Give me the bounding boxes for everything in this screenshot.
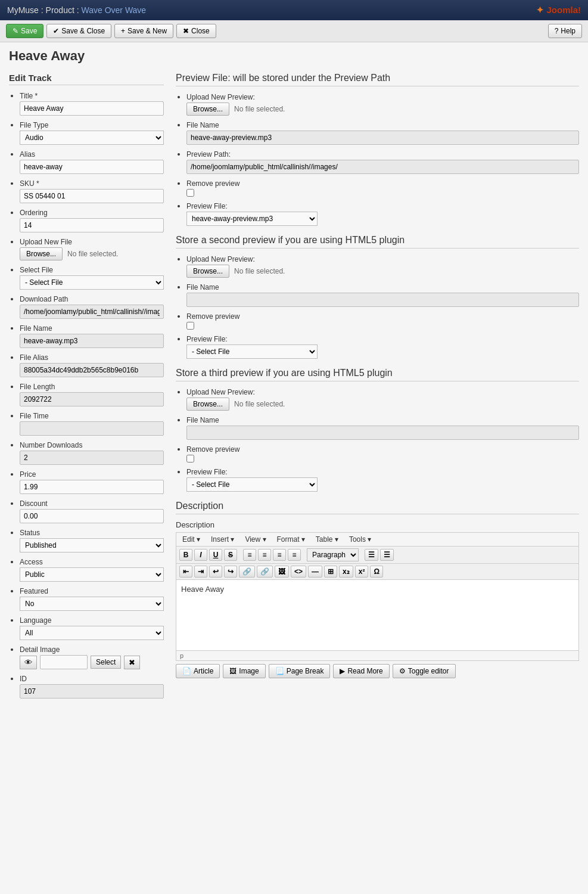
num-downloads-input[interactable] <box>20 451 164 465</box>
save-close-button[interactable]: ✔ Save & Close <box>46 24 111 38</box>
subscript-button[interactable]: x₂ <box>339 566 353 578</box>
access-select[interactable]: Public <box>20 567 164 582</box>
hr-button[interactable]: — <box>308 566 322 578</box>
preview1-filename-input[interactable] <box>186 131 579 145</box>
select-image-button[interactable]: Select <box>91 656 121 669</box>
editor-menu-table[interactable]: Table ▾ <box>313 534 341 545</box>
bold-button[interactable]: B <box>179 549 192 561</box>
read-more-button[interactable]: ▶ Read More <box>333 664 389 678</box>
strikethrough-button[interactable]: S <box>224 549 237 561</box>
file-time-input[interactable] <box>20 421 164 436</box>
select-file-select[interactable]: - Select File <box>20 275 164 290</box>
list-item: Discount <box>20 499 164 523</box>
file-alias-input[interactable] <box>20 363 164 377</box>
undo-button[interactable]: ↩ <box>209 566 222 578</box>
code-button[interactable]: <> <box>291 566 306 578</box>
list-item: Upload New Preview: Browse... No file se… <box>186 92 579 116</box>
save-button[interactable]: ✎ Save <box>6 24 43 38</box>
editor-menu-tools[interactable]: Tools ▾ <box>346 534 374 545</box>
list-item: File Length <box>20 382 164 406</box>
list-item: Select File - Select File <box>20 265 164 290</box>
preview1-file-select[interactable]: heave-away-preview.mp3 <box>186 212 318 226</box>
outdent-button[interactable]: ⇤ <box>179 566 192 578</box>
redo-button[interactable]: ↪ <box>224 566 237 578</box>
id-input[interactable] <box>20 684 164 699</box>
list-item: Preview File: - Select File <box>186 467 579 492</box>
table-button[interactable]: ⊞ <box>324 566 337 578</box>
preview2-browse-button[interactable]: Browse... <box>186 265 229 278</box>
main-content: Edit Track Title * File Type Audio Alias… <box>0 67 588 709</box>
preview3-remove-checkbox[interactable] <box>186 455 194 462</box>
upload-file-browse-button[interactable]: Browse... <box>20 247 63 260</box>
price-input[interactable] <box>20 480 164 494</box>
ordering-input[interactable] <box>20 218 164 232</box>
featured-select[interactable]: No <box>20 597 164 611</box>
list-item: Detail Image 👁 Select ✖ <box>20 645 164 669</box>
preview2-remove-checkbox[interactable] <box>186 322 194 330</box>
italic-button[interactable]: I <box>194 549 207 561</box>
sku-input[interactable] <box>20 189 164 203</box>
toggle-editor-button[interactable]: ⚙ Toggle editor <box>393 664 456 678</box>
status-select[interactable]: Published <box>20 538 164 552</box>
ol-button[interactable]: ☰ <box>380 549 394 561</box>
save-new-button[interactable]: + Save & New <box>114 24 173 38</box>
list-item: Remove preview <box>186 179 579 197</box>
help-button[interactable]: ? Help <box>548 24 582 38</box>
list-item: SKU * <box>20 179 164 203</box>
field-label-price: Price <box>20 470 164 479</box>
close-button[interactable]: ✖ Close <box>176 24 216 38</box>
preview1-path-input[interactable] <box>186 160 579 174</box>
preview1-remove-checkbox[interactable] <box>186 189 194 197</box>
preview2-filename-input[interactable] <box>186 293 579 307</box>
image-button[interactable]: 🖼 <box>275 566 289 578</box>
image-insert-button[interactable]: 🖼 Image <box>223 664 265 678</box>
align-right-button[interactable]: ≡ <box>273 549 286 561</box>
language-select[interactable]: All <box>20 626 164 640</box>
superscript-button[interactable]: x² <box>355 566 369 578</box>
clear-image-button[interactable]: ✖ <box>124 656 140 669</box>
page-break-button[interactable]: 📃 Page Break <box>269 664 331 678</box>
editor-menu-insert[interactable]: Insert ▾ <box>208 534 237 545</box>
preview2-file-select[interactable]: - Select File <box>186 344 318 359</box>
article-button[interactable]: 📄 Article <box>176 664 220 678</box>
right-column: Preview File: will be stored under the P… <box>176 73 579 703</box>
editor-menu-edit[interactable]: Edit ▾ <box>179 534 203 545</box>
align-justify-button[interactable]: ≡ <box>288 549 301 561</box>
preview1-browse-button[interactable]: Browse... <box>186 103 229 116</box>
ul-button[interactable]: ☰ <box>365 549 378 561</box>
alias-input[interactable] <box>20 160 164 174</box>
editor-menu-format[interactable]: Format ▾ <box>274 534 308 545</box>
preview3-browse-button[interactable]: Browse... <box>186 398 229 411</box>
download-path-input[interactable] <box>20 305 164 319</box>
list-item: Featured No <box>20 586 164 611</box>
link-button[interactable]: 🔗 <box>239 566 255 578</box>
indent-button[interactable]: ⇥ <box>194 566 207 578</box>
toggle-icon: ⚙ <box>399 667 406 675</box>
align-center-button[interactable]: ≡ <box>258 549 271 561</box>
discount-input[interactable] <box>20 509 164 523</box>
list-item: Upload New Preview: Browse... No file se… <box>186 387 579 411</box>
file-type-select[interactable]: Audio <box>20 131 164 145</box>
underline-button[interactable]: U <box>209 549 222 561</box>
preview1-title: Preview File: will be stored under the P… <box>176 73 579 86</box>
editor-content[interactable]: Heave Away <box>176 579 579 651</box>
detail-image-input[interactable] <box>40 655 88 669</box>
special-char-button[interactable]: Ω <box>370 566 383 578</box>
unlink-button[interactable]: 🔗 <box>257 566 273 578</box>
align-left-button[interactable]: ≡ <box>243 549 256 561</box>
editor-menu-bar: Edit ▾ Insert ▾ View ▾ Format ▾ Table ▾ … <box>176 532 579 546</box>
title-input[interactable] <box>20 101 164 116</box>
breadcrumb-link[interactable]: Wave Over Wave <box>82 5 147 15</box>
paragraph-select[interactable]: Paragraph <box>307 548 359 561</box>
editor-menu-view[interactable]: View ▾ <box>242 534 269 545</box>
preview3-filename-input[interactable] <box>186 426 579 440</box>
field-label-filetime: File Time <box>20 412 164 420</box>
preview3-title: Store a third preview if you are using H… <box>176 368 579 381</box>
file-name-input[interactable] <box>20 334 164 348</box>
preview3-file-select[interactable]: - Select File <box>186 477 318 492</box>
preview3-remove-label: Remove preview <box>186 445 579 454</box>
eye-button[interactable]: 👁 <box>20 656 37 669</box>
file-length-input[interactable] <box>20 392 164 406</box>
preview-section-2: Store a second preview if you are using … <box>176 235 579 359</box>
description-label: Description <box>176 520 579 529</box>
